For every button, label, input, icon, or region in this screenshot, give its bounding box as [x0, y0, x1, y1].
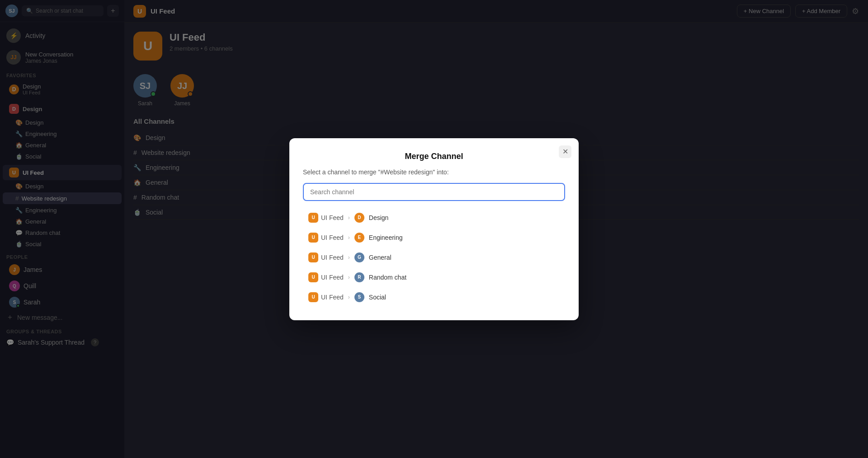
modal-ws-icon: U — [308, 292, 318, 302]
modal-channel-list: U UI Feed › D Design U UI Feed › E Engin… — [303, 208, 565, 307]
modal-overlay[interactable]: Merge Channel ✕ Select a channel to merg… — [0, 0, 868, 458]
modal-ws-info: U UI Feed — [308, 213, 344, 223]
modal-ch-name: Social — [369, 294, 386, 301]
arrow-icon: › — [348, 234, 350, 241]
merge-channel-modal: Merge Channel ✕ Select a channel to merg… — [289, 138, 579, 320]
modal-ch-name: Engineering — [369, 234, 403, 241]
modal-channel-row[interactable]: U UI Feed › G General — [303, 248, 565, 267]
modal-ws-info: U UI Feed — [308, 272, 344, 282]
modal-ws-icon: U — [308, 252, 318, 262]
modal-ch-icon: R — [354, 272, 364, 282]
modal-channel-row[interactable]: U UI Feed › S Social — [303, 288, 565, 307]
modal-ws-icon: U — [308, 272, 318, 282]
modal-ws-name: UI Feed — [321, 214, 344, 221]
modal-subtitle: Select a channel to merge "#Website rede… — [303, 168, 565, 176]
modal-title: Merge Channel — [303, 152, 565, 161]
arrow-icon: › — [348, 215, 350, 221]
modal-ws-info: U UI Feed — [308, 233, 344, 243]
modal-ws-icon: U — [308, 213, 318, 223]
modal-ws-icon: U — [308, 233, 318, 243]
modal-ws-info: U UI Feed — [308, 252, 344, 262]
modal-ws-name: UI Feed — [321, 294, 344, 301]
modal-ch-name: General — [369, 254, 392, 261]
modal-ws-name: UI Feed — [321, 254, 344, 261]
modal-ws-info: U UI Feed — [308, 292, 344, 302]
modal-ch-icon: E — [354, 233, 364, 243]
arrow-icon: › — [348, 294, 350, 300]
modal-channel-row[interactable]: U UI Feed › E Engineering — [303, 228, 565, 247]
modal-ch-name: Random chat — [369, 274, 406, 281]
modal-channel-row[interactable]: U UI Feed › D Design — [303, 208, 565, 227]
modal-ch-name: Design — [369, 214, 389, 221]
modal-ch-icon: S — [354, 292, 364, 302]
modal-close-button[interactable]: ✕ — [559, 145, 571, 158]
modal-ws-name: UI Feed — [321, 234, 344, 241]
modal-channel-row[interactable]: U UI Feed › R Random chat — [303, 268, 565, 287]
arrow-icon: › — [348, 254, 350, 261]
modal-ws-name: UI Feed — [321, 274, 344, 281]
modal-ch-icon: G — [354, 252, 364, 262]
arrow-icon: › — [348, 274, 350, 280]
modal-search-input[interactable] — [303, 183, 565, 201]
modal-ch-icon: D — [354, 213, 364, 223]
